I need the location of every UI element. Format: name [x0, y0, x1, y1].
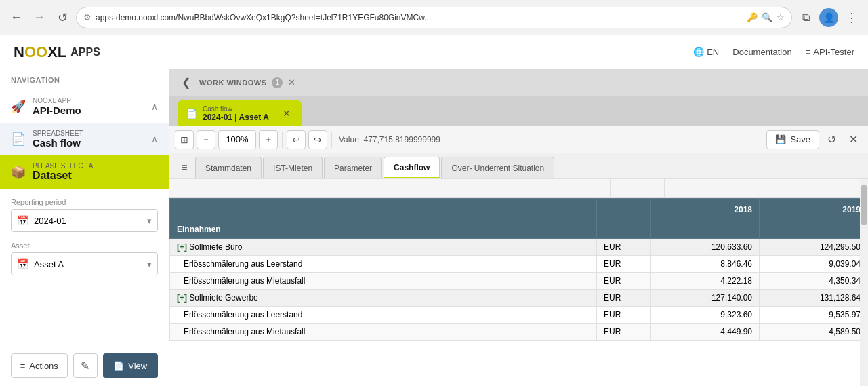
tab-bar: 📄 Cash flow 2024-01 | Asset A ✕ — [169, 96, 868, 126]
logo-oo: OO — [24, 43, 47, 61]
vertical-scrollbar[interactable] — [860, 179, 868, 386]
asset-select[interactable]: 📅 Asset A ▾ — [11, 252, 158, 275]
address-text: apps-demo.nooxl.com/NwuBBbdWskOvwXeQx1Bk… — [96, 13, 743, 22]
edit-button[interactable]: ✎ — [73, 353, 98, 378]
data-table: 2018 2019 Einnahmen — [169, 198, 868, 341]
spreadsheet-area: ⊞ － ＋ ↩ ↪ Value: 477,715.8199999999 💾 Sa… — [169, 126, 868, 386]
tab-content: Cash flow 2024-01 | Asset A — [203, 105, 269, 122]
dataset-icon: 📦 — [11, 165, 26, 180]
sidebar-spreadsheet-content: Spreadsheet Cash flow — [33, 130, 144, 149]
calendar-icon: 📅 — [17, 215, 28, 226]
scrollbar-thumb[interactable] — [861, 185, 867, 225]
table-row: Erlösschmälerung aus Mietausfall EUR 4,4… — [170, 324, 868, 341]
api-tester-link[interactable]: ≡ API-Tester — [806, 47, 854, 57]
cash-flow-tab[interactable]: 📄 Cash flow 2024-01 | Asset A ✕ — [178, 100, 302, 126]
toolbar-separator-1 — [282, 132, 283, 148]
api-tester-label: API-Tester — [813, 47, 854, 57]
tab-over-underrent[interactable]: Over- Underrent Situation — [441, 157, 554, 178]
toolbar-close-button[interactable]: ✕ — [844, 130, 863, 149]
work-windows-close[interactable]: ✕ — [288, 77, 295, 88]
undo-button[interactable]: ↩ — [287, 130, 306, 149]
sheet-tabs-menu-button[interactable]: ≡ — [175, 158, 194, 177]
save-button[interactable]: 💾 Save — [766, 130, 819, 149]
menu-lines-icon: ≡ — [806, 47, 811, 57]
address-icon: ⚙ — [83, 12, 91, 22]
rocket-icon: 🚀 — [11, 99, 26, 114]
col-header-2018: 2018 — [651, 199, 760, 220]
table-row: Erlösschmälerung aus Mietausfall EUR 4,2… — [170, 273, 868, 290]
app-logo: N OO XL APPS — [14, 43, 100, 61]
globe-icon: 🌐 — [693, 47, 704, 57]
work-windows-label: Work Windows — [199, 79, 266, 87]
sidebar-item-spreadsheet[interactable]: 📄 Spreadsheet Cash flow ∧ — [0, 123, 169, 155]
zoom-input[interactable] — [218, 130, 256, 149]
table-row: Erlösschmälerung aus Leerstand EUR 8,846… — [170, 256, 868, 273]
sidebar-app-subtitle: Nooxl App — [33, 97, 144, 104]
tab-parameter[interactable]: Parameter — [324, 157, 382, 178]
tab-stammdaten[interactable]: Stammdaten — [195, 157, 262, 178]
sheet-tabs: ≡ Stammdaten IST-Mieten Parameter Cashfl… — [169, 153, 868, 179]
table-area[interactable]: 2018 2019 Einnahmen — [169, 179, 868, 386]
app-arrow-icon: ∧ — [151, 101, 158, 112]
col-header-name — [170, 199, 597, 220]
table-row: Einnahmen — [170, 220, 868, 239]
asset-dropdown-arrow: ▾ — [147, 259, 152, 269]
tab-ist-mieten[interactable]: IST-Mieten — [263, 157, 323, 178]
header-right: 🌐 EN Documentation ≡ API-Tester — [693, 47, 854, 57]
col-header-currency — [597, 199, 651, 220]
reporting-period-value: 2024-01 — [34, 216, 142, 226]
sidebar-filters: Reporting period 📅 2024-01 ▾ Asset 📅 Ass… — [0, 189, 169, 285]
sidebar-dataset-title: Dataset — [33, 170, 158, 182]
tab-close-icon[interactable]: ✕ — [280, 107, 293, 120]
sidebar-nav-header: Navigation — [0, 69, 169, 90]
view-icon: 📄 — [113, 361, 124, 371]
sidebar-app-title: API-Demo — [33, 104, 144, 116]
redo-button[interactable]: ↪ — [308, 130, 327, 149]
actions-button[interactable]: ≡ Actions — [11, 353, 68, 378]
einnahmen-label: Einnahmen — [170, 220, 597, 239]
save-icon: 💾 — [775, 134, 786, 144]
reporting-period-select[interactable]: 📅 2024-01 ▾ — [11, 209, 158, 232]
documentation-link[interactable]: Documentation — [732, 47, 791, 57]
actions-label: Actions — [29, 361, 58, 371]
asset-calendar-icon: 📅 — [17, 258, 28, 269]
tab-icon: 📄 — [186, 108, 197, 119]
sidebar-item-nooxl-app[interactable]: 🚀 Nooxl App API-Demo ∧ — [0, 90, 169, 123]
content-area: ❮ Work Windows 1 ✕ 📄 Cash flow 2024-01 |… — [169, 69, 868, 386]
logo-n: N — [14, 43, 24, 61]
work-windows-badge: 1 — [272, 77, 283, 88]
work-windows-bar: ❮ Work Windows 1 ✕ — [169, 69, 868, 96]
toolbar-separator-2 — [331, 132, 332, 148]
reporting-period-label: Reporting period — [11, 198, 158, 206]
main-layout: Navigation 🚀 Nooxl App API-Demo ∧ 📄 Spre… — [0, 69, 868, 386]
fit-screen-button[interactable]: ⊞ — [175, 130, 194, 149]
search-icon: 🔍 — [762, 12, 772, 22]
collapse-button[interactable]: ❮ — [178, 75, 194, 91]
back-button[interactable]: ← — [7, 8, 26, 27]
sidebar-app-content: Nooxl App API-Demo — [33, 97, 144, 116]
sollmiete-buero-label[interactable]: [+] Sollmiete Büro — [170, 239, 597, 256]
profile-button[interactable]: 👤 — [819, 8, 838, 27]
forward-button[interactable]: → — [30, 8, 49, 27]
sidebar-item-dataset[interactable]: 📦 Please select a Dataset — [0, 155, 169, 189]
zoom-in-button[interactable]: ＋ — [259, 130, 278, 149]
extensions-button[interactable]: ⧉ — [796, 8, 815, 27]
col-header-2019: 2019 — [760, 199, 868, 220]
sollmiete-gewerbe-label[interactable]: [+] Sollmiete Gewerbe — [170, 290, 597, 307]
view-button[interactable]: 📄 View — [103, 353, 159, 378]
spreadsheet-toolbar: ⊞ － ＋ ↩ ↪ Value: 477,715.8199999999 💾 Sa… — [169, 126, 868, 153]
zoom-out-button[interactable]: － — [197, 130, 215, 149]
value-display: Value: 477,715.8199999999 — [336, 135, 764, 144]
asset-group: Asset 📅 Asset A ▾ — [11, 242, 158, 275]
reload-button[interactable]: ↺ — [53, 8, 72, 27]
asset-value: Asset A — [34, 259, 142, 269]
language-label: EN — [707, 47, 719, 57]
reporting-period-group: Reporting period 📅 2024-01 ▾ — [11, 198, 158, 232]
logo-xl: XL — [47, 43, 66, 61]
toolbar-refresh-button[interactable]: ↺ — [822, 130, 841, 149]
tab-cashflow[interactable]: Cashflow — [384, 157, 440, 178]
frozen-row — [169, 179, 868, 198]
browser-menu-button[interactable]: ⋮ — [842, 8, 861, 27]
language-selector[interactable]: 🌐 EN — [693, 47, 719, 57]
address-bar[interactable]: ⚙ apps-demo.nooxl.com/NwuBBbdWskOvwXeQx1… — [76, 7, 792, 28]
